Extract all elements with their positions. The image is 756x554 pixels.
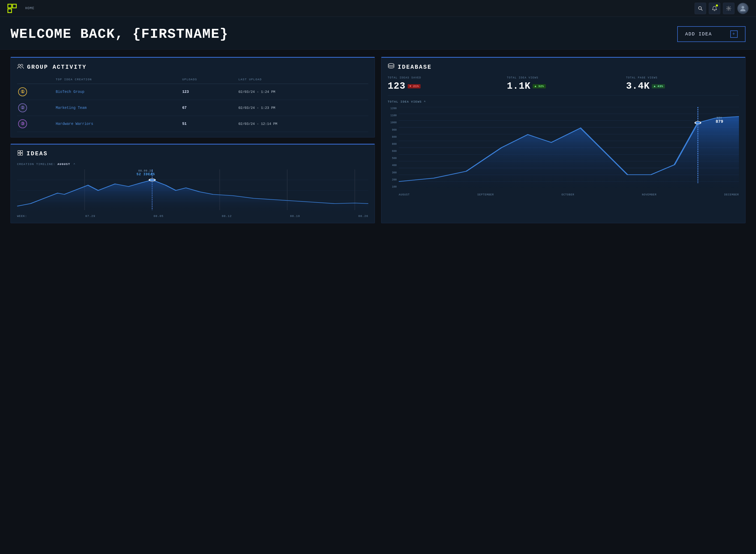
stat-value: 123 <box>388 81 406 92</box>
rank-badge-1: ① <box>18 87 27 96</box>
table-row: ③ Hardware Warriors 51 02/03/24 - 12:14 … <box>17 116 368 132</box>
svg-rect-25 <box>20 151 22 153</box>
avatar <box>738 3 748 14</box>
group-name-cell: Marketing Team <box>55 100 181 116</box>
rank-cell: ② <box>17 100 55 116</box>
stat-value-row: 1.1K ▲ 32% <box>507 81 620 92</box>
stat-label: TOTAL IDEAS SAVED <box>388 76 501 79</box>
y-label: 1100 <box>388 114 397 117</box>
x-axis-labels: AUGUSTSEPTEMBEROCTOBERNOVEMBERDECEMBER <box>399 193 739 196</box>
svg-point-6 <box>742 6 744 9</box>
ideabase-chart-title-row: TOTAL IDEA VIEWS ^ <box>388 100 739 103</box>
group-activity-header: GROUP ACTIVITY <box>17 63 368 72</box>
col-last-upload: LAST UPLOAD <box>237 76 368 84</box>
rank-badge-3: ③ <box>18 119 27 128</box>
svg-rect-24 <box>18 151 20 153</box>
rank-cell: ① <box>17 84 55 100</box>
uploads-cell: 67 <box>181 100 237 116</box>
group-activity-card: GROUP ACTIVITY TOP IDEA CREATION UPLOADS… <box>10 57 375 137</box>
svg-point-5 <box>728 8 729 9</box>
ideas-header: IDEAS <box>17 150 368 158</box>
last-upload-cell: 02/03/24 - 1:24 PM <box>237 84 368 100</box>
svg-point-3 <box>699 7 701 9</box>
y-label: 200 <box>388 178 397 181</box>
svg-point-23 <box>695 121 701 124</box>
x-label: SEPTEMBER <box>477 193 494 196</box>
x-label: OCTOBER <box>561 193 574 196</box>
main-content: GROUP ACTIVITY TOP IDEA CREATION UPLOADS… <box>0 50 756 231</box>
notifications-button[interactable] <box>709 3 720 14</box>
notification-badge <box>716 4 718 7</box>
svg-line-4 <box>701 9 703 10</box>
add-idea-button[interactable]: ADD IDEA + <box>677 26 746 42</box>
last-upload-cell: 02/03/24 - 1:23 PM <box>237 100 368 116</box>
rank-badge-2: ② <box>18 103 27 112</box>
week-labels: WEEK: 07.29 08.05 08.12 08.19 08.26 <box>17 214 368 218</box>
svg-point-9 <box>388 63 394 66</box>
search-icon <box>698 6 703 11</box>
ideabase-icon <box>388 63 395 72</box>
y-axis-labels: 120011001000900800800600500400300200100 <box>388 107 398 188</box>
nav-home-link[interactable]: HOME <box>25 6 34 10</box>
x-label: DECEMBER <box>724 193 739 196</box>
ideabase-title: IDEABASE <box>398 64 432 70</box>
last-upload-cell: 02/03/24 - 12:14 PM <box>237 116 368 132</box>
welcome-title: WELCOME BACK, {FIRSTNAME} <box>10 26 229 42</box>
y-label: 1000 <box>388 121 397 124</box>
plus-icon: + <box>730 31 738 38</box>
svg-point-8 <box>21 64 23 66</box>
stat-badge: ▼ 21% <box>408 84 421 89</box>
y-label: 400 <box>388 164 397 167</box>
y-label: 500 <box>388 157 397 160</box>
col-rank <box>17 76 55 84</box>
x-label: NOVEMBER <box>642 193 657 196</box>
y-label: 300 <box>388 171 397 174</box>
y-label: 600 <box>388 150 397 153</box>
bell-icon <box>712 6 717 11</box>
group-activity-title: GROUP ACTIVITY <box>27 64 87 70</box>
ideas-icon <box>17 150 23 158</box>
app-logo[interactable] <box>7 4 17 13</box>
stat-badge: ▲ 32% <box>533 84 546 89</box>
y-label: 1200 <box>388 107 397 110</box>
svg-rect-27 <box>20 153 22 155</box>
stat-col-0: TOTAL IDEAS SAVED 123 ▼ 21% <box>388 76 501 92</box>
stat-value-row: 3.4K ▲ 43% <box>626 81 739 92</box>
ideabase-chart: 120011001000900800800600500400300200100 <box>388 107 739 196</box>
group-activity-table: TOP IDEA CREATION UPLOADS LAST UPLOAD ① … <box>17 76 368 132</box>
stat-col-2: TOTAL PAGE VIEWS 3.4K ▲ 43% <box>626 76 739 92</box>
add-idea-label: ADD IDEA <box>685 32 712 37</box>
stat-col-1: TOTAL IDEA VIEWS 1.1K ▲ 32% <box>507 76 620 92</box>
hero-section: WELCOME BACK, {FIRSTNAME} ADD IDEA + <box>0 17 756 50</box>
user-avatar-button[interactable] <box>737 3 749 14</box>
svg-rect-0 <box>8 4 11 8</box>
table-row: ② Marketing Team 67 02/03/24 - 1:23 PM <box>17 100 368 116</box>
group-activity-icon <box>17 63 24 72</box>
navbar-right <box>695 3 749 14</box>
settings-button[interactable] <box>723 3 735 14</box>
rank-cell: ③ <box>17 116 55 132</box>
stat-value: 3.4K <box>626 81 650 92</box>
group-name-cell: Hardware Warriors <box>55 116 181 132</box>
group-name-cell: BioTech Group <box>55 84 181 100</box>
ideas-chart: 08.09.24 52 IDEAS <box>17 169 368 211</box>
svg-point-37 <box>149 179 155 181</box>
stat-value-row: 123 ▼ 21% <box>388 81 501 92</box>
y-label: 800 <box>388 135 397 138</box>
navbar: HOME <box>0 0 756 17</box>
stat-label: TOTAL IDEA VIEWS <box>507 76 620 79</box>
col-top-idea: TOP IDEA CREATION <box>55 76 181 84</box>
search-button[interactable] <box>695 3 706 14</box>
y-label: 100 <box>388 185 397 188</box>
ideabase-stats: TOTAL IDEAS SAVED 123 ▼ 21% TOTAL IDEA V… <box>388 76 739 96</box>
ideas-title: IDEAS <box>27 151 48 157</box>
navbar-left: HOME <box>7 4 34 13</box>
week-prefix: WEEK: <box>17 215 27 218</box>
gear-icon <box>726 6 731 11</box>
col-uploads: UPLOADS <box>181 76 237 84</box>
y-label: 800 <box>388 143 397 146</box>
uploads-cell: 123 <box>181 84 237 100</box>
x-label: AUGUST <box>399 193 410 196</box>
stat-value: 1.1K <box>507 81 531 92</box>
ideabase-chart-caret[interactable]: ^ <box>424 100 426 103</box>
